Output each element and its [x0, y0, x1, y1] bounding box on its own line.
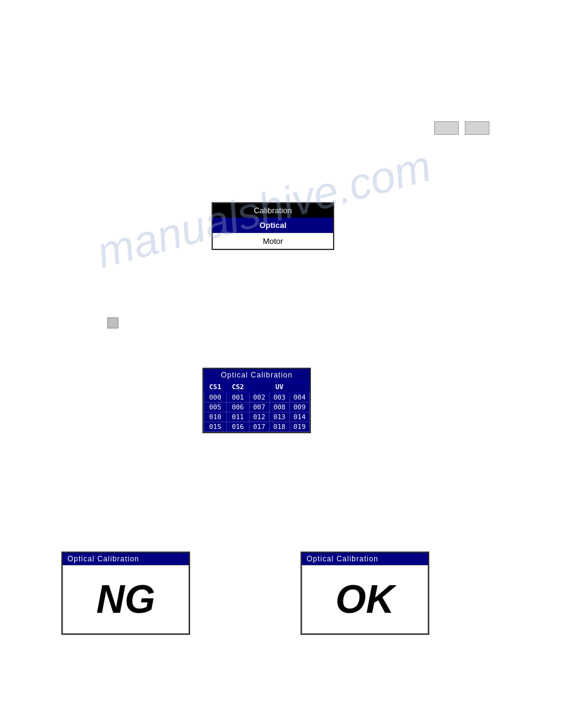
result-ng-box: Optical Calibration NG — [61, 552, 190, 635]
table-cell: 019 — [289, 422, 310, 432]
table-cell: 017 — [249, 422, 269, 432]
table-cell: 006 — [226, 403, 249, 412]
table-cell: 007 — [249, 403, 269, 412]
table-cell: 013 — [269, 412, 289, 422]
table-cell: 012 — [249, 412, 269, 422]
table-cell: 015 — [204, 422, 227, 432]
col-header-cs1: CS1 — [204, 382, 227, 393]
optical-table-title: Optical Calibration — [204, 369, 310, 381]
result-ok-title: Optical Calibration — [302, 553, 428, 565]
calibration-menu-item-motor[interactable]: Motor — [213, 233, 333, 249]
table-cell: 000 — [204, 393, 227, 403]
table-cell: 016 — [226, 422, 249, 432]
table-cell: 018 — [269, 422, 289, 432]
top-button-1[interactable] — [434, 121, 459, 135]
top-buttons-group — [434, 121, 489, 135]
calibration-menu-item-optical[interactable]: Optical — [213, 218, 333, 233]
table-cell: 002 — [249, 393, 269, 403]
table-cell: 011 — [226, 412, 249, 422]
top-button-2[interactable] — [465, 121, 489, 135]
table-cell: 004 — [289, 393, 310, 403]
table-cell: 014 — [289, 412, 310, 422]
table-cell: 001 — [226, 393, 249, 403]
result-ok-box: Optical Calibration OK — [301, 552, 429, 635]
table-cell: 010 — [204, 412, 227, 422]
table-cell: 009 — [289, 403, 310, 412]
table-cell: 003 — [269, 393, 289, 403]
result-ng-title: Optical Calibration — [63, 553, 189, 565]
small-checkbox[interactable] — [107, 317, 118, 328]
calibration-menu-title: Calibration — [213, 203, 333, 218]
table-cell: 005 — [204, 403, 227, 412]
result-boxes: Optical Calibration NG Optical Calibrati… — [61, 552, 429, 635]
calibration-menu: Calibration Optical Motor — [212, 202, 334, 250]
optical-table: CS1 CS2 UV 00000100200300400500600700800… — [204, 381, 310, 432]
col-header-uv: UV — [249, 382, 310, 393]
optical-calibration-table-wrapper: Optical Calibration CS1 CS2 UV 000001002… — [202, 368, 311, 433]
result-ok-label: OK — [302, 565, 428, 634]
result-ng-label: NG — [63, 565, 189, 634]
table-cell: 008 — [269, 403, 289, 412]
col-header-cs2: CS2 — [226, 382, 249, 393]
